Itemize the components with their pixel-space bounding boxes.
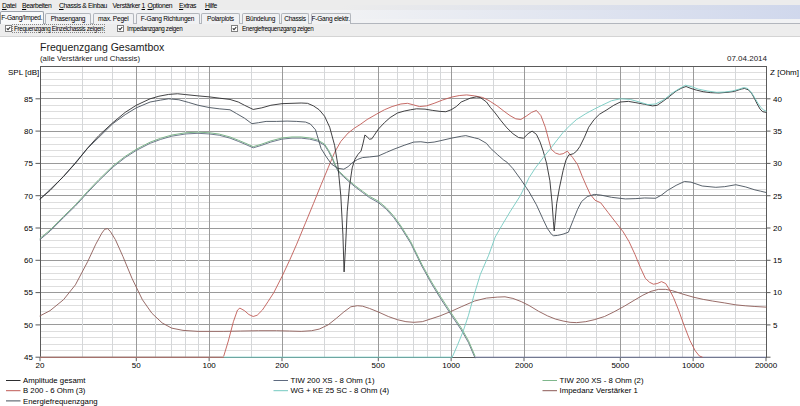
svg-text:85: 85 (24, 95, 33, 104)
svg-text:5: 5 (773, 321, 778, 330)
svg-text:Energiefrequenzgang: Energiefrequenzgang (23, 397, 98, 406)
svg-text:500: 500 (372, 361, 386, 370)
svg-text:SPL [dB]: SPL [dB] (8, 68, 39, 77)
svg-text:35: 35 (773, 127, 782, 136)
svg-text:50: 50 (132, 361, 141, 370)
svg-text:Impedanz Verstärker 1: Impedanz Verstärker 1 (560, 386, 638, 395)
svg-text:50: 50 (24, 321, 33, 330)
svg-text:20000: 20000 (755, 361, 778, 370)
svg-text:WG + KE 25 SC - 8 Ohm (4): WG + KE 25 SC - 8 Ohm (4) (291, 386, 390, 395)
svg-text:5000: 5000 (611, 361, 629, 370)
svg-text:TIW 200 XS - 8 Ohm (1): TIW 200 XS - 8 Ohm (1) (291, 376, 375, 385)
svg-text:70: 70 (24, 192, 33, 201)
svg-text:100: 100 (202, 361, 216, 370)
svg-text:B 200 - 6 Ohm (3): B 200 - 6 Ohm (3) (23, 386, 86, 395)
svg-text:55: 55 (24, 288, 33, 297)
svg-text:07.04.2014: 07.04.2014 (727, 54, 768, 63)
svg-text:Amplitude gesamt: Amplitude gesamt (23, 376, 86, 385)
svg-text:20: 20 (773, 224, 782, 233)
svg-text:1000: 1000 (442, 361, 460, 370)
svg-text:2000: 2000 (515, 361, 533, 370)
svg-text:25: 25 (773, 192, 782, 201)
svg-text:(alle Verstärker und Chassis): (alle Verstärker und Chassis) (40, 54, 141, 63)
svg-text:15: 15 (773, 256, 782, 265)
svg-text:20: 20 (36, 361, 45, 370)
svg-text:75: 75 (24, 159, 33, 168)
svg-text:30: 30 (773, 159, 782, 168)
svg-text:60: 60 (24, 256, 33, 265)
svg-text:40: 40 (773, 95, 782, 104)
svg-text:10000: 10000 (682, 361, 705, 370)
svg-text:200: 200 (275, 361, 289, 370)
svg-text:80: 80 (24, 127, 33, 136)
svg-text:65: 65 (24, 224, 33, 233)
svg-text:10: 10 (773, 288, 782, 297)
svg-text:45: 45 (24, 353, 33, 362)
svg-text:Z [Ohm]: Z [Ohm] (770, 68, 799, 77)
svg-text:TIW 200 XS - 8 Ohm (2): TIW 200 XS - 8 Ohm (2) (560, 376, 644, 385)
svg-text:Frequenzgang Gesamtbox: Frequenzgang Gesamtbox (40, 41, 165, 53)
